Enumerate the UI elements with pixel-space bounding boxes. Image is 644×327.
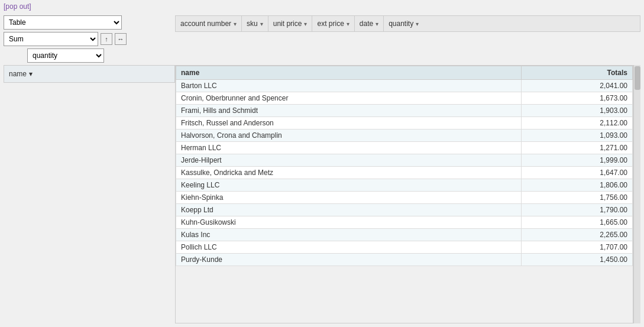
page-wrapper: [pop out] Table Sum Count Average Min Ma… [0,0,644,327]
table-row: Fritsch, Russel and Anderson2,112.00 [176,117,633,129]
table-cell-name: Purdy-Kunde [176,254,522,266]
table-cell-value: 1,903.00 [522,105,633,117]
main-content: name ▾ name Totals Barton LLC2,041.00Cro… [0,65,644,327]
left-panel: Table Sum Count Average Min Max ↑ ↔ quan… [4,15,175,63]
aggregation-row: Sum Count Average Min Max ↑ ↔ [4,32,170,46]
aggregation-select[interactable]: Sum Count Average Min Max [4,32,98,46]
table-row: Keeling LLC1,806.00 [176,179,633,192]
table-cell-value: 2,265.00 [522,229,633,241]
row-header-name-arrow: ▾ [29,70,33,78]
table-row: Frami, Hills and Schmidt1,903.00 [176,105,633,117]
col-header-sku-arrow: ▾ [260,21,263,27]
row-header-panel: name ▾ [4,65,175,323]
col-header-quantity-label: quantity [389,20,413,28]
table-row: Kassulke, Ondricka and Metz1,647.00 [176,167,633,179]
table-cell-value: 1,707.00 [522,241,633,254]
table-cell-value: 1,673.00 [522,92,633,105]
table-col-name-header: name [176,66,522,80]
table-row: Pollich LLC1,707.00 [176,241,633,254]
table-cell-value: 2,112.00 [522,117,633,129]
col-header-date-arrow: ▾ [376,21,378,27]
table-cell-name: Kuhn-Gusikowski [176,216,522,229]
right-header: account number ▾ sku ▾ unit price ▾ ext … [175,15,640,32]
col-header-unit-price-arrow: ▾ [304,21,307,27]
data-table-wrapper[interactable]: name Totals Barton LLC2,041.00Cronin, Ob… [175,65,633,323]
table-row: Kulas Inc2,265.00 [176,229,633,241]
scrollbar-thumb [635,66,640,90]
scrollbar[interactable] [633,65,640,323]
table-cell-name: Halvorson, Crona and Champlin [176,129,522,142]
table-row: Jerde-Hilpert1,999.00 [176,154,633,167]
row-header-name[interactable]: name ▾ [4,65,175,83]
table-row: Kiehn-Spinka1,756.00 [176,192,633,204]
table-cell-value: 1,806.00 [522,179,633,192]
col-header-sku-label: sku [247,20,258,28]
table-cell-name: Pollich LLC [176,241,522,254]
table-cell-value: 1,450.00 [522,254,633,266]
table-cell-value: 2,041.00 [522,80,633,92]
col-header-account-number-label: account number [180,20,231,28]
row-header-name-label: name [9,70,27,78]
table-cell-value: 1,665.00 [522,216,633,229]
col-header-account-number-arrow: ▾ [234,21,237,27]
top-controls: Table Sum Count Average Min Max ↑ ↔ quan… [0,13,644,65]
table-cell-value: 1,790.00 [522,204,633,216]
table-select[interactable]: Table [4,15,122,30]
table-row: Kuhn-Gusikowski1,665.00 [176,216,633,229]
table-cell-name: Fritsch, Russel and Anderson [176,117,522,129]
table-cell-value: 1,271.00 [522,142,633,154]
col-header-account-number[interactable]: account number ▾ [176,16,242,31]
col-header-date[interactable]: date ▾ [355,16,384,31]
table-cell-name: Kiehn-Spinka [176,192,522,204]
table-cell-value: 1,093.00 [522,129,633,142]
table-row: Herman LLC1,271.00 [176,142,633,154]
col-header-unit-price[interactable]: unit price ▾ [268,16,313,31]
col-header-unit-price-label: unit price [273,20,302,28]
field-select[interactable]: quantity unit price ext price [27,48,104,63]
table-row: Purdy-Kunde1,450.00 [176,254,633,266]
col-header-date-label: date [360,20,373,28]
table-select-row: Table [4,15,170,30]
data-table: name Totals Barton LLC2,041.00Cronin, Ob… [176,66,633,266]
table-cell-name: Kulas Inc [176,229,522,241]
table-cell-name: Jerde-Hilpert [176,154,522,167]
table-row: Cronin, Oberbrunner and Spencer1,673.00 [176,92,633,105]
col-header-ext-price[interactable]: ext price ▾ [312,16,354,31]
col-header-quantity-arrow: ▾ [416,21,419,27]
field-select-row: quantity unit price ext price [4,48,170,63]
expand-icon-button[interactable]: ↔ [115,33,127,45]
pop-out-link[interactable]: [pop out] [0,0,644,13]
table-header-row: name Totals [176,66,633,80]
column-headers: account number ▾ sku ▾ unit price ▾ ext … [175,15,640,32]
table-cell-value: 1,999.00 [522,154,633,167]
col-header-quantity[interactable]: quantity ▾ [384,16,423,31]
table-row: Koepp Ltd1,790.00 [176,204,633,216]
swap-icon-button[interactable]: ↑ [101,33,112,45]
table-cell-name: Cronin, Oberbrunner and Spencer [176,92,522,105]
table-row: Halvorson, Crona and Champlin1,093.00 [176,129,633,142]
table-cell-name: Frami, Hills and Schmidt [176,105,522,117]
table-cell-value: 1,756.00 [522,192,633,204]
table-cell-name: Koepp Ltd [176,204,522,216]
col-header-ext-price-label: ext price [317,20,344,28]
col-header-ext-price-arrow: ▾ [347,21,349,27]
table-row: Barton LLC2,041.00 [176,80,633,92]
col-header-sku[interactable]: sku ▾ [242,16,268,31]
table-cell-name: Keeling LLC [176,179,522,192]
table-cell-name: Herman LLC [176,142,522,154]
table-cell-value: 1,647.00 [522,167,633,179]
table-cell-name: Barton LLC [176,80,522,92]
table-cell-name: Kassulke, Ondricka and Metz [176,167,522,179]
table-col-totals-header: Totals [522,66,633,80]
